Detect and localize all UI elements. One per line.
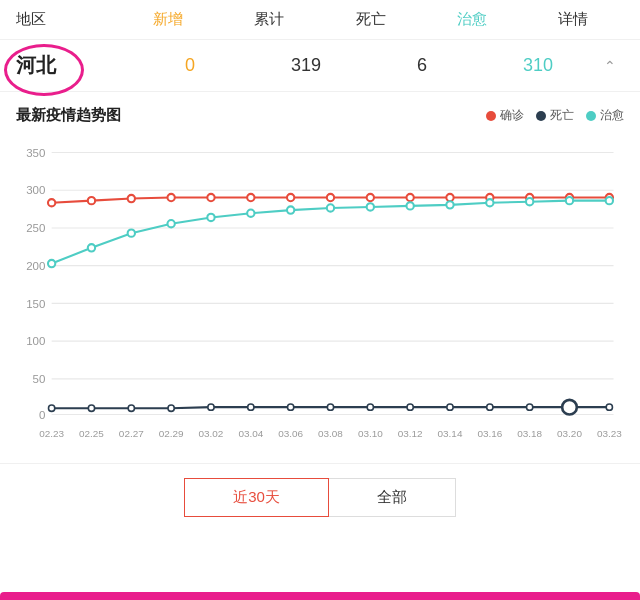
svg-text:03.14: 03.14 xyxy=(438,428,463,439)
svg-text:03.20: 03.20 xyxy=(557,428,582,439)
svg-point-52 xyxy=(288,404,294,410)
svg-text:03.08: 03.08 xyxy=(318,428,343,439)
svg-point-36 xyxy=(247,210,254,217)
svg-point-54 xyxy=(367,404,373,410)
svg-text:350: 350 xyxy=(26,147,45,159)
legend-siwang: 死亡 xyxy=(536,107,574,124)
svg-text:02.25: 02.25 xyxy=(79,428,104,439)
svg-point-24 xyxy=(367,194,374,201)
svg-point-42 xyxy=(486,199,493,206)
svg-text:03.02: 03.02 xyxy=(199,428,224,439)
region-name: 河北 xyxy=(16,52,132,79)
svg-text:200: 200 xyxy=(26,260,45,272)
bottom-annotation-bar xyxy=(0,592,640,600)
siwang-dot xyxy=(536,111,546,121)
svg-point-25 xyxy=(406,194,413,201)
header-zhiyü: 治愈 xyxy=(421,10,522,29)
svg-text:100: 100 xyxy=(26,335,45,347)
svg-point-45 xyxy=(606,197,613,204)
period-buttons: 近30天 全部 xyxy=(0,463,640,531)
svg-point-23 xyxy=(327,194,334,201)
svg-point-57 xyxy=(487,404,493,410)
svg-point-47 xyxy=(88,405,94,411)
svg-point-56 xyxy=(447,404,453,410)
svg-point-43 xyxy=(526,198,533,205)
expand-button[interactable]: ⌃ xyxy=(596,58,624,74)
svg-text:02.23: 02.23 xyxy=(39,428,64,439)
xinzeng-value: 0 xyxy=(132,55,248,76)
header-leiji: 累计 xyxy=(219,10,320,29)
svg-text:03.16: 03.16 xyxy=(477,428,502,439)
zhiyü-label: 治愈 xyxy=(600,107,624,124)
svg-point-55 xyxy=(407,404,413,410)
table-header: 地区 新增 累计 死亡 治愈 详情 xyxy=(0,0,640,40)
header-xinzeng: 新增 xyxy=(117,10,218,29)
svg-text:0: 0 xyxy=(39,409,45,421)
svg-text:02.29: 02.29 xyxy=(159,428,184,439)
chart-title-row: 最新疫情趋势图 确诊 死亡 治愈 xyxy=(16,106,624,125)
quezhen-label: 确诊 xyxy=(500,107,524,124)
svg-point-16 xyxy=(48,199,55,206)
svg-text:300: 300 xyxy=(26,184,45,196)
svg-text:03.12: 03.12 xyxy=(398,428,423,439)
chart-legend: 确诊 死亡 治愈 xyxy=(486,107,624,124)
svg-point-41 xyxy=(446,201,453,208)
header-siwang: 死亡 xyxy=(320,10,421,29)
svg-point-18 xyxy=(128,195,135,202)
chart-svg: 350 300 250 200 150 100 50 0 xyxy=(16,135,624,455)
siwang-value: 6 xyxy=(364,55,480,76)
svg-point-19 xyxy=(167,194,174,201)
leiji-value: 319 xyxy=(248,55,364,76)
svg-point-21 xyxy=(247,194,254,201)
legend-quezhen: 确诊 xyxy=(486,107,524,124)
svg-point-49 xyxy=(168,405,174,411)
svg-point-38 xyxy=(327,204,334,211)
svg-point-34 xyxy=(167,220,174,227)
svg-text:02.27: 02.27 xyxy=(119,428,144,439)
svg-point-35 xyxy=(207,214,214,221)
chart-section: 最新疫情趋势图 确诊 死亡 治愈 350 300 250 200 150 10 xyxy=(0,92,640,463)
chart-title: 最新疫情趋势图 xyxy=(16,106,486,125)
svg-text:03.10: 03.10 xyxy=(358,428,383,439)
svg-point-39 xyxy=(367,203,374,210)
header-region: 地区 xyxy=(16,10,117,29)
svg-text:03.18: 03.18 xyxy=(517,428,542,439)
svg-text:03.23: 03.23 xyxy=(597,428,622,439)
svg-text:03.04: 03.04 xyxy=(238,428,263,439)
siwang-label: 死亡 xyxy=(550,107,574,124)
zhiyü-value: 310 xyxy=(480,55,596,76)
svg-point-22 xyxy=(287,194,294,201)
quezhen-dot xyxy=(486,111,496,121)
table-row: 河北 0 319 6 310 ⌃ xyxy=(0,40,640,92)
svg-point-58 xyxy=(527,404,533,410)
recent30-button[interactable]: 近30天 xyxy=(184,478,329,517)
zhiyü-dot xyxy=(586,111,596,121)
svg-point-32 xyxy=(88,244,95,251)
svg-point-40 xyxy=(406,202,413,209)
legend-zhiyü: 治愈 xyxy=(586,107,624,124)
svg-point-48 xyxy=(128,405,134,411)
header-xiangqing: 详情 xyxy=(523,10,624,29)
svg-point-37 xyxy=(287,206,294,213)
svg-point-60 xyxy=(606,404,612,410)
svg-point-17 xyxy=(88,197,95,204)
all-button[interactable]: 全部 xyxy=(329,478,456,517)
svg-point-20 xyxy=(207,194,214,201)
svg-point-59 xyxy=(562,400,577,415)
svg-point-31 xyxy=(48,260,55,267)
svg-text:50: 50 xyxy=(33,373,46,385)
chart-container: 350 300 250 200 150 100 50 0 xyxy=(16,135,624,455)
svg-point-53 xyxy=(327,404,333,410)
svg-point-51 xyxy=(248,404,254,410)
svg-point-46 xyxy=(48,405,54,411)
svg-point-33 xyxy=(128,229,135,236)
svg-text:03.06: 03.06 xyxy=(278,428,303,439)
svg-text:250: 250 xyxy=(26,222,45,234)
svg-point-26 xyxy=(446,194,453,201)
svg-point-50 xyxy=(208,404,214,410)
svg-point-44 xyxy=(566,197,573,204)
svg-text:150: 150 xyxy=(26,298,45,310)
